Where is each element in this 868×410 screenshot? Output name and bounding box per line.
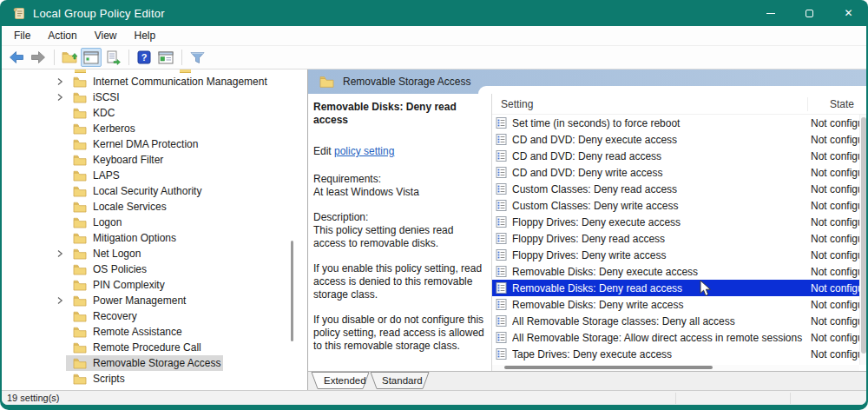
maximize-button[interactable] xyxy=(790,0,829,26)
column-header-setting[interactable]: Setting xyxy=(492,98,807,110)
state-label: Not configured xyxy=(807,299,866,311)
policy-setting-icon xyxy=(496,134,507,145)
policy-setting-icon xyxy=(496,249,507,261)
settings-list-row[interactable]: Floppy Drives: Deny execute access Not c… xyxy=(492,214,866,230)
folder-icon xyxy=(73,358,87,369)
titlebar[interactable]: Local Group Policy Editor ✕ xyxy=(0,0,868,26)
tree-item[interactable]: Logon xyxy=(2,215,307,230)
tree-item[interactable]: Locale Services xyxy=(2,199,307,215)
show-taskpad-icon[interactable] xyxy=(155,48,176,67)
tree-item[interactable]: Internet Communication Management xyxy=(2,74,307,89)
settings-list-row[interactable]: Custom Classes: Deny write access Not co… xyxy=(492,197,866,214)
scrollbar-thumb[interactable] xyxy=(504,366,713,369)
help-icon[interactable]: ? xyxy=(134,48,155,67)
tree-item-label: Mitigation Options xyxy=(93,232,176,244)
tree-item[interactable]: Remote Assistance xyxy=(2,324,307,340)
minimize-icon xyxy=(766,13,775,14)
tree-item[interactable]: Kernel DMA Protection xyxy=(2,136,307,152)
tree-item-label: Removable Storage Access xyxy=(93,357,220,369)
band-curve xyxy=(478,86,866,94)
setting-label: Removable Disks: Deny read access xyxy=(512,282,807,294)
folder-icon xyxy=(73,327,87,338)
folder-icon xyxy=(73,139,87,150)
tree-item-label: Remote Assistance xyxy=(93,326,182,338)
settings-list-row[interactable]: Floppy Drives: Deny read access Not conf… xyxy=(492,230,866,247)
export-list-icon[interactable] xyxy=(102,48,123,67)
settings-list-row[interactable]: Tape Drives: Deny execute access Not con… xyxy=(492,346,866,362)
tree-item[interactable]: iSCSI xyxy=(2,89,307,105)
settings-list-row[interactable]: Set time (in seconds) to force reboot No… xyxy=(492,115,866,131)
chevron-right-icon[interactable] xyxy=(54,77,66,86)
pane-body: Removable Disks: Deny read access Edit p… xyxy=(308,94,866,371)
view-tabs: Extended Standard xyxy=(310,372,449,390)
folder-icon xyxy=(73,170,87,182)
settings-list-row[interactable]: Custom Classes: Deny read access Not con… xyxy=(492,181,866,197)
policy-setting-link[interactable]: policy setting xyxy=(334,145,394,157)
tree-item[interactable]: Scripts xyxy=(2,371,307,387)
state-label: Not configured xyxy=(807,266,866,278)
tree-item[interactable]: Recovery xyxy=(2,308,307,324)
state-label: Not configured xyxy=(807,216,866,228)
chevron-right-icon[interactable] xyxy=(54,296,66,305)
state-label: Not configured xyxy=(807,249,866,261)
tree-item[interactable]: OS Policies xyxy=(2,261,307,277)
folder-icon xyxy=(73,186,87,197)
menu-help[interactable]: Help xyxy=(126,27,165,44)
settings-list-row[interactable]: Removable Disks: Deny read access Not co… xyxy=(492,280,866,296)
up-one-level-icon[interactable] xyxy=(59,48,80,67)
policy-setting-icon xyxy=(496,150,507,162)
state-label: Not configured xyxy=(807,134,866,146)
setting-label: Floppy Drives: Deny execute access xyxy=(512,216,807,228)
settings-list-row[interactable]: CD and DVD: Deny execute access Not conf… xyxy=(492,131,866,148)
chevron-right-icon[interactable] xyxy=(54,249,66,258)
tree-item[interactable]: Removable Storage Access xyxy=(2,355,307,371)
setting-label: Custom Classes: Deny read access xyxy=(512,183,807,195)
settings-list-row[interactable]: CD and DVD: Deny write access Not config… xyxy=(492,164,866,181)
tree-item[interactable]: Local Security Authority xyxy=(2,183,307,199)
menu-view[interactable]: View xyxy=(86,27,126,44)
tree-item[interactable]: KDC xyxy=(2,105,307,121)
settings-list-row[interactable]: Removable Disks: Deny execute access Not… xyxy=(492,263,866,280)
menu-action[interactable]: Action xyxy=(39,27,85,44)
folder-icon xyxy=(73,311,87,322)
back-icon[interactable] xyxy=(6,48,27,67)
column-header-state[interactable]: State xyxy=(807,97,866,111)
state-label: Not configured xyxy=(807,183,866,195)
policy-setting-icon xyxy=(496,183,507,195)
state-label: Not configured xyxy=(807,117,866,129)
state-label: Not configured xyxy=(807,332,866,344)
policy-setting-icon xyxy=(496,117,507,129)
tree-item[interactable]: Remote Procedure Call xyxy=(2,340,307,355)
settings-list-row[interactable]: Removable Disks: Deny write access Not c… xyxy=(492,296,866,313)
filter-icon[interactable] xyxy=(187,48,207,67)
tab-extended-label[interactable]: Extended xyxy=(324,375,366,386)
list-vertical-scrollbar[interactable] xyxy=(859,115,866,365)
settings-list-row[interactable]: All Removable Storage: Allow direct acce… xyxy=(492,329,866,346)
list-horizontal-scrollbar[interactable] xyxy=(492,365,859,371)
tree-item[interactable]: Mitigation Options xyxy=(2,230,307,246)
settings-list-row[interactable]: Floppy Drives: Deny write access Not con… xyxy=(492,247,866,263)
policy-setting-icon xyxy=(496,332,507,343)
close-button[interactable]: ✕ xyxy=(829,0,868,26)
settings-list-row[interactable]: CD and DVD: Deny read access Not configu… xyxy=(492,148,866,164)
tab-standard-label[interactable]: Standard xyxy=(382,375,423,386)
tree-item[interactable]: Net Logon xyxy=(2,246,307,261)
show-console-tree-icon[interactable] xyxy=(81,48,102,67)
tree-item[interactable]: PIN Complexity xyxy=(2,277,307,293)
minimize-button[interactable] xyxy=(751,0,790,26)
scrollbar-thumb[interactable] xyxy=(861,117,866,354)
tree-item[interactable]: Power Management xyxy=(2,293,307,308)
setting-label: Tape Drives: Deny execute access xyxy=(512,348,807,360)
requirements-label: Requirements: xyxy=(313,173,484,186)
settings-list-row[interactable]: All Removable Storage classes: Deny all … xyxy=(492,313,866,329)
chevron-right-icon[interactable] xyxy=(54,93,66,102)
tree-item[interactable]: LAPS xyxy=(2,168,307,183)
tree-item-label: Keyboard Filter xyxy=(93,154,163,166)
toolbar-separator xyxy=(54,50,55,65)
tree-item[interactable]: Keyboard Filter xyxy=(2,152,307,168)
tree-vertical-scrollbar[interactable] xyxy=(291,241,293,341)
forward-icon[interactable] xyxy=(28,48,49,67)
tree-item[interactable]: Kerberos xyxy=(2,121,307,136)
folder-icon xyxy=(73,155,87,166)
menu-file[interactable]: File xyxy=(5,27,39,44)
